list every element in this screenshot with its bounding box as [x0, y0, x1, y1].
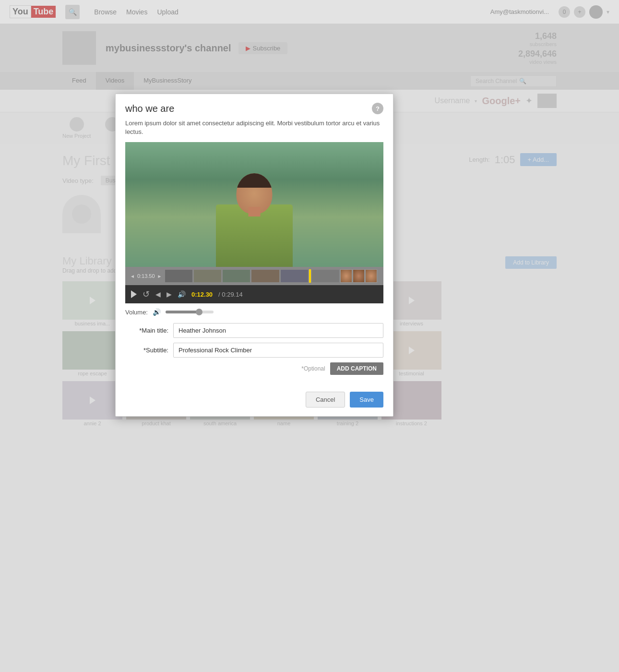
timeline-right-arrow[interactable]: ► [157, 274, 162, 279]
timeline-left-arrow[interactable]: ◄ [130, 274, 135, 279]
player-controls: ↺ ◀ ▶ 🔊 0:12.30 / 0:29.14 [125, 285, 383, 303]
time-current: 0:12.30 [191, 291, 213, 298]
modal-title: who we are [125, 103, 174, 114]
video-frame [125, 142, 383, 267]
video-player-area: ◄ 0:13.50 ► [125, 142, 383, 303]
volume-slider[interactable] [166, 311, 214, 313]
volume-knob[interactable] [196, 309, 202, 315]
timeline-handle[interactable] [309, 269, 311, 283]
step-back-button[interactable]: ◀ [155, 290, 161, 298]
cancel-button[interactable]: Cancel [306, 392, 345, 408]
volume-fill [166, 311, 199, 313]
page-background: You Tube 🔍 Browse Movies Upload Amy@task… [0, 0, 619, 672]
step-forward-button[interactable]: ▶ [167, 290, 172, 298]
subtitle-row: *Subtitle: [125, 343, 383, 358]
volume-area: Volume: 🔊 [116, 303, 393, 321]
main-title-input[interactable] [173, 323, 383, 338]
optional-row: *Optional ADD CAPTION [125, 362, 383, 375]
subtitle-input[interactable] [173, 343, 383, 358]
main-title-row: *Main title: [125, 323, 383, 338]
volume-icon: 🔊 [153, 308, 161, 316]
rewind-button[interactable]: ↺ [143, 289, 150, 300]
modal-footer: Cancel Save [116, 387, 393, 416]
volume-label: Volume: [125, 309, 148, 316]
help-icon[interactable]: ? [372, 103, 383, 114]
time-total: / 0:29.14 [218, 291, 243, 298]
play-button[interactable] [131, 290, 137, 298]
timeline-time: 0:13.50 [137, 273, 155, 279]
main-title-label: *Main title: [125, 327, 168, 334]
modal-description: Lorem ipsum dolor sit amet consectetur a… [116, 119, 393, 142]
optional-label: *Optional [301, 365, 325, 372]
subtitle-label: *Subtitle: [125, 347, 168, 354]
form-area: *Main title: *Subtitle: *Optional ADD CA… [116, 321, 393, 387]
modal-dialog: who we are ? Lorem ipsum dolor sit amet … [115, 94, 393, 417]
timeline-bar: ◄ 0:13.50 ► [125, 267, 383, 285]
timeline-strip[interactable] [165, 269, 379, 283]
volume-button[interactable]: 🔊 [178, 290, 186, 298]
add-caption-button[interactable]: ADD CAPTION [330, 362, 383, 375]
save-button[interactable]: Save [350, 392, 383, 408]
face-thumbnails [340, 269, 379, 283]
modal-header: who we are ? [116, 94, 393, 119]
